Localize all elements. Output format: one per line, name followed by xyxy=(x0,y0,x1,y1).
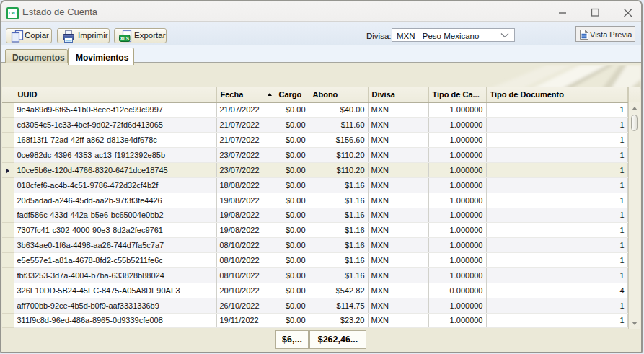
svg-text:XLS: XLS xyxy=(120,36,129,41)
